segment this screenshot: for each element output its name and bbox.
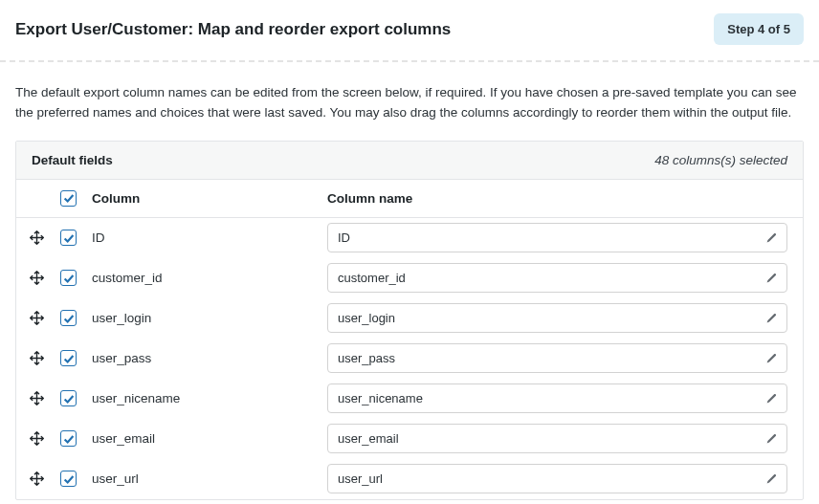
drag-handle-icon[interactable]: [25, 471, 48, 487]
drag-handle-icon[interactable]: [25, 390, 48, 406]
panel-header: Default fields 48 columns(s) selected: [16, 142, 803, 180]
column-headers: Column Column name: [16, 180, 803, 218]
row-checkbox[interactable]: [60, 270, 77, 286]
table-row: ID: [16, 218, 803, 258]
row-checkbox[interactable]: [60, 430, 77, 447]
source-column-label: user_email: [78, 431, 323, 446]
page-title: Export User/Customer: Map and reorder ex…: [15, 20, 451, 39]
wizard-content: The default export column names can be e…: [0, 62, 819, 500]
drag-handle-icon[interactable]: [25, 430, 48, 447]
table-row: user_url: [16, 459, 803, 499]
column-name-input[interactable]: [327, 464, 787, 493]
table-row: user_email: [16, 419, 803, 459]
wizard-header: Export User/Customer: Map and reorder ex…: [0, 0, 819, 62]
source-column-label: user_login: [78, 311, 323, 325]
source-column-label: user_url: [78, 471, 323, 486]
column-name-input[interactable]: [327, 263, 787, 293]
column-name-input[interactable]: [327, 223, 787, 252]
column-name-input[interactable]: [327, 424, 787, 453]
column-header-name: Column name: [323, 191, 787, 206]
drag-handle-icon[interactable]: [25, 230, 48, 246]
row-checkbox[interactable]: [60, 230, 77, 246]
step-indicator: Step 4 of 5: [714, 13, 804, 45]
selected-count: 48 columns(s) selected: [654, 153, 787, 167]
row-checkbox[interactable]: [60, 310, 77, 326]
row-checkbox[interactable]: [60, 471, 77, 487]
table-row: user_nicename: [16, 379, 803, 419]
column-header-source: Column: [78, 191, 323, 206]
drag-handle-icon[interactable]: [25, 350, 48, 366]
rows-container: IDcustomer_iduser_loginuser_passuser_nic…: [16, 218, 803, 499]
panel-title: Default fields: [32, 153, 113, 167]
column-name-input[interactable]: [327, 383, 787, 413]
fields-panel: Default fields 48 columns(s) selected Co…: [15, 141, 804, 500]
table-row: user_login: [16, 298, 803, 339]
instructions-text: The default export column names can be e…: [15, 83, 804, 123]
column-name-input[interactable]: [327, 343, 787, 373]
drag-handle-icon[interactable]: [25, 270, 48, 286]
source-column-label: user_pass: [78, 351, 323, 365]
source-column-label: ID: [78, 230, 323, 245]
source-column-label: user_nicename: [78, 391, 323, 405]
row-checkbox[interactable]: [60, 350, 77, 366]
row-checkbox[interactable]: [60, 390, 77, 406]
drag-handle-icon[interactable]: [25, 310, 48, 326]
source-column-label: customer_id: [78, 271, 323, 285]
table-row: customer_id: [16, 258, 803, 298]
column-name-input[interactable]: [327, 303, 787, 333]
select-all-checkbox[interactable]: [60, 190, 77, 207]
table-row: user_pass: [16, 339, 803, 379]
